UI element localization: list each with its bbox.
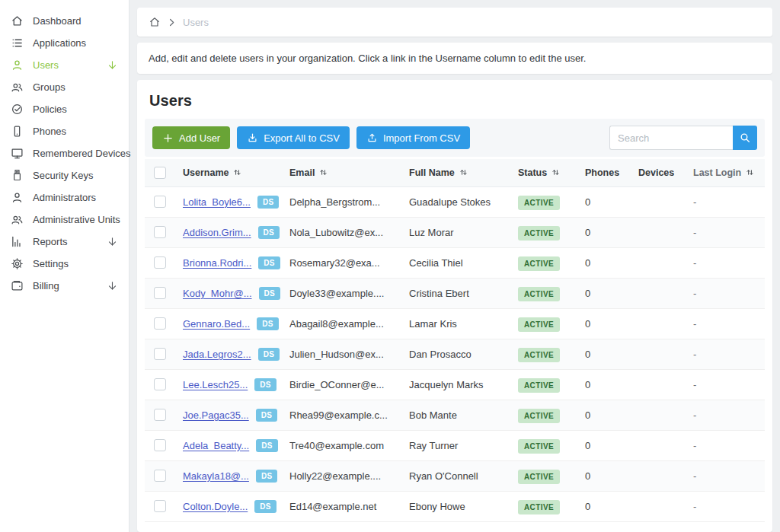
sidebar-item-administrators[interactable]: Administrators	[0, 186, 129, 209]
phones-cell: 0	[585, 247, 638, 278]
ds-badge: DS	[254, 378, 277, 391]
sidebar-item-billing[interactable]: Billing	[0, 275, 129, 297]
sidebar-item-security-keys[interactable]: Security Keys	[0, 164, 129, 186]
lastlogin-cell: -	[693, 400, 765, 430]
export-csv-button[interactable]: Export All to CSV	[237, 126, 350, 149]
column-header-status[interactable]: Status	[518, 159, 585, 186]
search-button[interactable]	[733, 126, 757, 150]
username-link[interactable]: Kody_Mohr@...	[183, 288, 252, 299]
sidebar-item-phones[interactable]: Phones	[0, 120, 129, 142]
import-csv-button[interactable]: Import From CSV	[356, 126, 470, 149]
fullname-cell: Cecilia Thiel	[409, 247, 518, 278]
table-row: Adela_Beatty...DS Tre40@example.com Ray …	[145, 430, 765, 460]
fullname-cell: Ryan O'Connell	[409, 460, 518, 491]
email-cell: Nola_Lubowitz@ex...	[289, 217, 409, 247]
username-link[interactable]: Gennaro.Bed...	[183, 318, 250, 330]
username-link[interactable]: Colton.Doyle...	[183, 501, 248, 512]
phones-cell: 0	[585, 400, 638, 430]
lastlogin-cell: -	[693, 430, 765, 460]
email-cell: Birdie_OConner@e...	[289, 369, 409, 400]
row-checkbox[interactable]	[154, 378, 166, 390]
billing-icon	[11, 279, 24, 292]
select-all-checkbox[interactable]	[154, 167, 166, 179]
table-row: Addison.Grim...DS Nola_Lubowitz@ex... Lu…	[145, 217, 765, 247]
devices-cell	[638, 430, 693, 460]
row-checkbox[interactable]	[154, 287, 166, 299]
ds-badge: DS	[257, 317, 279, 330]
devices-cell	[638, 278, 693, 308]
table-row: Makayla18@...DS Holly22@example.... Ryan…	[145, 460, 765, 491]
ds-badge: DS	[258, 256, 280, 269]
status-badge: ACTIVE	[518, 500, 560, 514]
main-content: Users Add, edit and delete users in your…	[129, 0, 780, 532]
breadcrumb-chevron-icon	[167, 18, 177, 27]
status-badge: ACTIVE	[518, 378, 560, 393]
row-checkbox[interactable]	[154, 409, 166, 421]
phones-cell: 0	[585, 186, 638, 217]
row-checkbox[interactable]	[154, 196, 166, 208]
sidebar-item-groups[interactable]: Groups	[0, 76, 129, 98]
search-input[interactable]	[609, 126, 733, 150]
username-link[interactable]: Addison.Grim...	[183, 227, 251, 238]
username-link[interactable]: Lolita_Boyle6...	[183, 196, 251, 208]
column-header-email[interactable]: Email	[289, 159, 409, 186]
username-link[interactable]: Brionna.Rodri...	[183, 257, 251, 269]
lastlogin-cell: -	[693, 308, 765, 339]
row-checkbox[interactable]	[154, 500, 166, 512]
column-header-fullname[interactable]: Full Name	[409, 159, 518, 186]
username-link[interactable]: Joe.Pagac35...	[183, 409, 249, 421]
row-checkbox[interactable]	[154, 348, 166, 360]
username-link[interactable]: Lee.Lesch25...	[183, 379, 248, 390]
column-header-lastlogin[interactable]: Last Login	[693, 159, 765, 186]
username-link[interactable]: Jada.Legros2...	[183, 349, 251, 360]
phones-cell: 0	[585, 308, 638, 339]
lastlogin-cell: -	[693, 339, 765, 369]
sidebar-item-administrative-units[interactable]: Administrative Units	[0, 209, 129, 231]
ds-badge: DS	[254, 500, 277, 513]
fullname-cell: Bob Mante	[409, 400, 518, 430]
row-checkbox[interactable]	[154, 439, 166, 451]
home-icon	[11, 14, 24, 27]
column-header-username[interactable]: Username	[183, 159, 289, 186]
ds-badge: DS	[256, 409, 278, 422]
home-icon[interactable]	[149, 16, 161, 28]
table-row: Joe.Pagac35...DS Rhea99@example.c... Bob…	[145, 400, 765, 430]
sidebar-item-remembered-devices[interactable]: Remembered Devices	[0, 142, 129, 164]
page-title: Users	[145, 80, 765, 119]
username-link[interactable]: Adela_Beatty...	[183, 440, 249, 451]
search-group	[609, 126, 757, 150]
username-link[interactable]: Makayla18@...	[183, 470, 249, 482]
status-badge: ACTIVE	[518, 409, 560, 423]
sidebar-item-settings[interactable]: Settings	[0, 253, 129, 275]
sidebar-item-reports[interactable]: Reports	[0, 231, 129, 253]
plus-icon	[162, 132, 174, 144]
row-checkbox[interactable]	[154, 317, 166, 330]
monitor-icon	[11, 147, 24, 160]
devices-cell	[638, 339, 693, 369]
table-header-row: Username Email Full Name Status Phones D…	[145, 159, 765, 186]
info-text: Add, edit and delete users in your organ…	[149, 53, 586, 64]
row-checkbox[interactable]	[154, 470, 166, 482]
devices-cell	[638, 247, 693, 278]
user-icon	[11, 59, 24, 72]
lastlogin-cell: -	[693, 186, 765, 217]
sidebar-item-users[interactable]: Users	[0, 54, 129, 76]
lastlogin-cell: -	[693, 278, 765, 308]
sort-icon	[232, 167, 242, 177]
email-cell: Holly22@example....	[289, 460, 409, 491]
info-bar: Add, edit and delete users in your organ…	[137, 43, 772, 74]
sidebar-item-policies[interactable]: Policies	[0, 98, 129, 120]
sidebar-item-dashboard[interactable]: Dashboard	[0, 10, 129, 32]
devices-cell	[638, 460, 693, 491]
fullname-cell: Ebony Howe	[409, 491, 518, 521]
add-user-button[interactable]: Add User	[152, 126, 230, 149]
row-checkbox[interactable]	[154, 226, 166, 238]
email-cell: Tre40@example.com	[289, 430, 409, 460]
lastlogin-cell: -	[693, 460, 765, 491]
sidebar-item-applications[interactable]: Applications	[0, 32, 129, 54]
devices-cell	[638, 217, 693, 247]
sort-icon	[551, 167, 561, 177]
row-checkbox[interactable]	[154, 256, 166, 269]
phones-cell: 0	[585, 491, 638, 521]
phones-cell: 0	[585, 430, 638, 460]
